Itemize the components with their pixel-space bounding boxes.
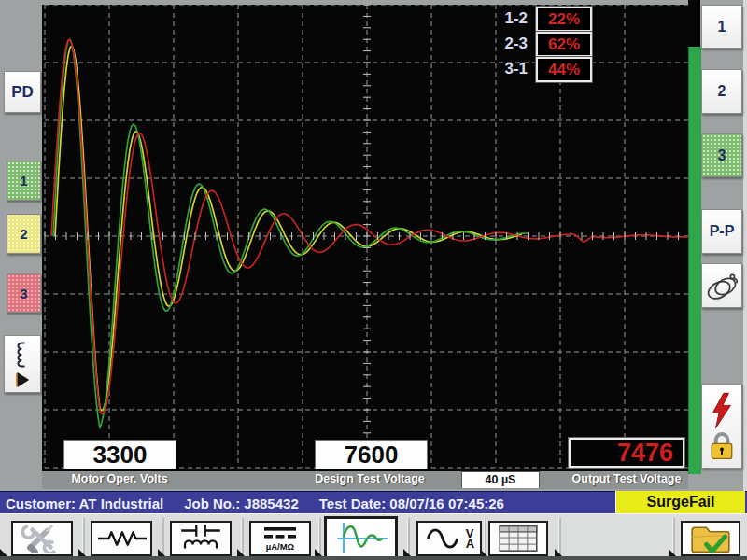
ear-pair-label: 3-1: [490, 60, 528, 78]
design-test-voltage-label: Design Test Voltage: [315, 472, 425, 485]
right-lead-3-label: 3: [718, 147, 726, 164]
peak-to-peak-button[interactable]: P-P: [701, 209, 742, 254]
lead-3-label: 3: [20, 286, 27, 301]
surge-tester-screen: 1-2 22% 2-3 62% 3-1 44% 3300 7600 7476 M…: [0, 0, 747, 560]
surge-wave-icon: [330, 520, 393, 555]
customer-text: Customer: AT Industrial: [6, 496, 163, 511]
peak-to-peak-label: P-P: [710, 223, 735, 240]
save-results-button[interactable]: [681, 521, 740, 556]
left-lead-2-button[interactable]: 2: [7, 214, 41, 254]
folder-check-icon: [687, 522, 734, 555]
test-date-text: Test Date: 08/07/16 07:45:26: [319, 496, 504, 511]
capacitance-inductance-button[interactable]: [170, 521, 232, 556]
ear-value-box: 22%: [536, 7, 592, 32]
megohm-test-button[interactable]: µA/MΩ: [249, 521, 311, 556]
motor-oper-volts-field[interactable]: 3300: [63, 440, 176, 469]
lightning-bolt-icon: [709, 391, 735, 430]
play-icon: [14, 371, 31, 388]
pd-button-label: PD: [11, 83, 34, 102]
coil-icon: [704, 268, 740, 303]
left-lead-1-button[interactable]: 1: [7, 161, 41, 201]
ear-row-3-1: 3-1 44%: [490, 58, 592, 80]
toolbar: µA/MΩ V A: [0, 513, 747, 557]
readout-label-strip: Motor Oper. Volts Design Test Voltage Ou…: [42, 471, 688, 489]
lead-1-label: 1: [20, 173, 27, 189]
ear-value-box: 62%: [536, 32, 592, 57]
right-lead-3-button[interactable]: 3: [701, 133, 742, 177]
scope-display: 1-2 22% 2-3 62% 3-1 44% 3300 7600 7476: [42, 5, 688, 471]
sweep-time-field[interactable]: 40 µS: [461, 471, 540, 488]
ear-row-1-2: 1-2 22%: [490, 7, 592, 30]
microohm-label: µA/MΩ: [266, 542, 295, 551]
ear-row-2-3: 2-3 62%: [490, 33, 592, 55]
right-lead-1-button[interactable]: 1: [701, 5, 742, 49]
table-icon: [497, 524, 540, 553]
output-test-voltage-label: Output Test Voltage: [572, 472, 682, 485]
padlock-icon: [706, 430, 738, 462]
tools-icon: [21, 524, 63, 553]
pd-button[interactable]: PD: [4, 71, 41, 113]
resistor-icon: [96, 529, 147, 548]
coil-mode-button[interactable]: [701, 263, 742, 308]
hv-lock-button[interactable]: [701, 384, 742, 469]
ear-pair-label: 1-2: [490, 9, 528, 28]
job-number-text: Job No.: J885432: [184, 496, 299, 511]
right-lead-1-label: 1: [718, 19, 726, 35]
scope-corner-filler: [688, 0, 700, 47]
lead-2-label: 2: [20, 226, 27, 242]
results-table-button[interactable]: [488, 521, 548, 556]
ear-value-box: 44%: [536, 57, 592, 82]
volt-amp-icon: [424, 526, 463, 551]
microamp-megaohm-icon: [261, 526, 299, 539]
volt-amp-test-button[interactable]: V A: [416, 521, 482, 556]
settings-button[interactable]: [11, 521, 73, 556]
capacitor-inductor-icon: [177, 523, 224, 554]
amp-letter: A: [466, 539, 474, 549]
run-test-button[interactable]: [4, 335, 41, 393]
motor-oper-volts-label: Motor Oper. Volts: [71, 472, 167, 485]
left-lead-3-button[interactable]: 3: [7, 273, 41, 313]
surge-test-button[interactable]: [324, 516, 398, 559]
ear-pair-label: 2-3: [490, 35, 528, 53]
coil-run-icon: [14, 341, 31, 369]
right-lead-2-label: 2: [718, 83, 726, 100]
right-lead-2-button[interactable]: 2: [701, 69, 742, 114]
design-test-voltage-field[interactable]: 7600: [315, 440, 428, 469]
test-result-badge: SurgeFail: [615, 491, 745, 513]
pass-level-strip: [688, 47, 701, 474]
output-test-voltage-readout: 7476: [569, 438, 684, 468]
volt-amp-letters: V A: [466, 528, 474, 549]
screen-bottom-edge: [0, 556, 747, 560]
screen-right-edge: [743, 0, 747, 560]
winding-resistance-button[interactable]: [91, 521, 152, 556]
